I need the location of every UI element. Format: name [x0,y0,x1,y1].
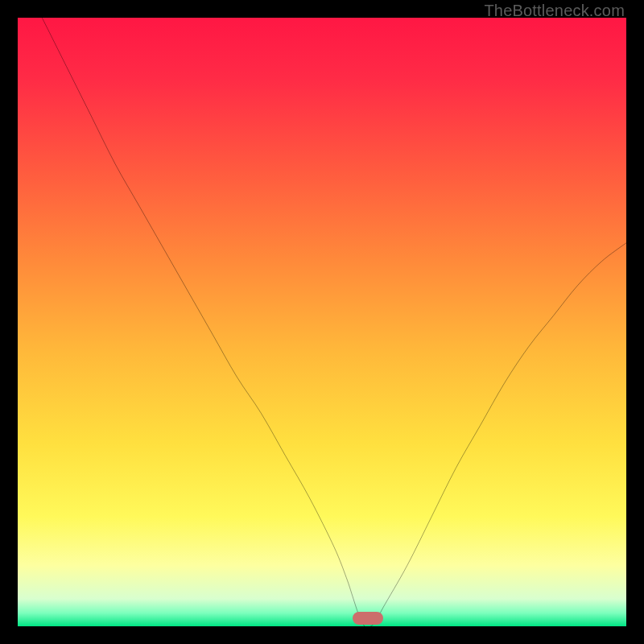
svg-rect-0 [18,18,626,626]
watermark-text: TheBottleneck.com [484,2,625,20]
plot-area [18,18,626,626]
optimal-marker [353,612,383,625]
chart-frame: TheBottleneck.com [0,0,644,644]
background-gradient [18,18,626,626]
